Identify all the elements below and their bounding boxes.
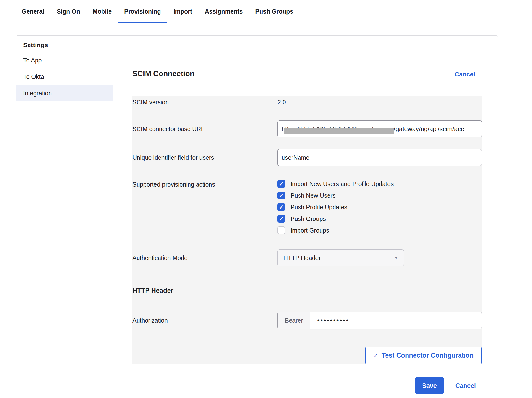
base-url-row: SCIM connector base URL https://b5bd-135… <box>132 120 482 137</box>
authorization-input-group: Bearer ●●●●●●●●●● <box>277 312 482 329</box>
form-footer: Save Cancel <box>415 377 482 394</box>
test-connector-configuration-label: Test Connector Configuration <box>382 352 474 359</box>
checkbox-label: Push Groups <box>291 215 326 222</box>
app-tab-bar: General Sign On Mobile Provisioning Impo… <box>0 0 532 23</box>
checkbox-unchecked-icon[interactable] <box>277 226 285 234</box>
settings-sidebar: Settings To App To Okta Integration <box>16 36 113 398</box>
provisioning-actions-checklist: ✓ Import New Users and Profile Updates ✓… <box>277 178 394 236</box>
save-button[interactable]: Save <box>415 377 444 394</box>
provisioning-card: Settings To App To Okta Integration SCIM… <box>16 35 498 398</box>
scim-settings-panel: SCIM version 2.0 SCIM connector base URL… <box>132 96 482 364</box>
checkbox-row-push-new-users[interactable]: ✓ Push New Users <box>277 190 394 201</box>
checkbox-row-push-profile-updates[interactable]: ✓ Push Profile Updates <box>277 201 394 213</box>
provisioning-actions-row: Supported provisioning actions ✓ Import … <box>132 178 482 236</box>
authentication-mode-label: Authentication Mode <box>132 255 277 262</box>
checkbox-label: Import Groups <box>291 227 329 234</box>
checkbox-row-import-new-users[interactable]: ✓ Import New Users and Profile Updates <box>277 178 394 190</box>
tab-import[interactable]: Import <box>167 0 199 23</box>
redaction-bar <box>284 128 394 134</box>
authorization-row: Authorization Bearer ●●●●●●●●●● <box>132 312 482 329</box>
unique-identifier-row: Unique identifier field for users <box>132 149 482 166</box>
sidebar-title: Settings <box>16 36 113 52</box>
checkbox-checked-icon[interactable]: ✓ <box>277 203 285 211</box>
unique-identifier-label: Unique identifier field for users <box>132 154 277 161</box>
tab-push-groups[interactable]: Push Groups <box>249 0 299 23</box>
checkbox-label: Import New Users and Profile Updates <box>291 180 394 188</box>
test-connector-configuration-button[interactable]: ✓ Test Connector Configuration <box>365 347 482 364</box>
base-url-input[interactable]: https://b5bd-135-19-67-148.ngrok.io/gate… <box>277 120 482 137</box>
base-url-visible-tail: /gateway/ng/api/scim/acc <box>394 125 464 133</box>
checkbox-row-push-groups[interactable]: ✓ Push Groups <box>277 213 394 225</box>
authentication-mode-row: Authentication Mode HTTP Header ▼ <box>132 249 482 266</box>
checkbox-row-import-groups[interactable]: Import Groups <box>277 225 394 236</box>
header-cancel-link[interactable]: Cancel <box>455 71 475 78</box>
tab-mobile[interactable]: Mobile <box>86 0 118 23</box>
tab-sign-on[interactable]: Sign On <box>51 0 86 23</box>
sidebar-item-to-app[interactable]: To App <box>16 52 113 68</box>
section-divider <box>132 278 482 278</box>
unique-identifier-input[interactable] <box>277 149 482 166</box>
checkbox-label: Push Profile Updates <box>291 204 347 211</box>
authentication-mode-value: HTTP Header <box>284 255 321 262</box>
scim-version-value: 2.0 <box>277 99 286 106</box>
chevron-down-icon: ▼ <box>394 256 398 260</box>
scim-version-row: SCIM version 2.0 <box>132 99 482 106</box>
bearer-prefix: Bearer <box>278 312 310 329</box>
check-icon: ✓ <box>374 353 378 359</box>
checkbox-checked-icon[interactable]: ✓ <box>277 215 285 223</box>
sidebar-item-integration[interactable]: Integration <box>16 85 113 101</box>
authorization-token-input[interactable]: ●●●●●●●●●● <box>310 312 482 329</box>
http-header-section-title: HTTP Header <box>132 287 173 294</box>
footer-cancel-link[interactable]: Cancel <box>455 382 476 390</box>
tab-assignments[interactable]: Assignments <box>198 0 249 23</box>
scim-version-label: SCIM version <box>132 99 277 106</box>
sidebar-item-to-okta[interactable]: To Okta <box>16 68 113 85</box>
checkbox-label: Push New Users <box>291 192 335 199</box>
checkbox-checked-icon[interactable]: ✓ <box>277 192 285 199</box>
authentication-mode-select[interactable]: HTTP Header ▼ <box>277 249 404 266</box>
page-title: SCIM Connection <box>132 69 195 78</box>
tab-general[interactable]: General <box>15 0 51 23</box>
main-content: SCIM Connection Cancel SCIM version 2.0 … <box>132 36 482 398</box>
base-url-label: SCIM connector base URL <box>132 126 277 133</box>
tab-provisioning[interactable]: Provisioning <box>118 0 167 23</box>
checkbox-checked-icon[interactable]: ✓ <box>277 180 285 188</box>
authorization-label: Authorization <box>132 317 277 324</box>
provisioning-actions-label: Supported provisioning actions <box>132 178 277 188</box>
